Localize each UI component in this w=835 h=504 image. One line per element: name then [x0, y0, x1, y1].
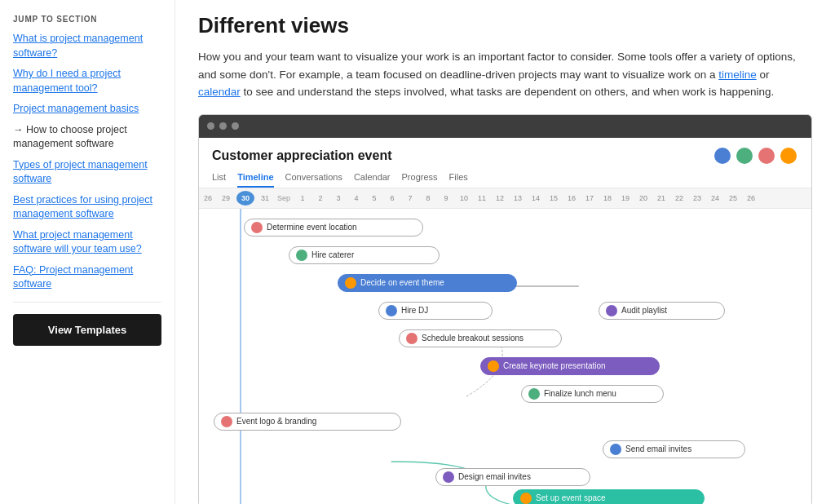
- task-bar-4b[interactable]: Audit playlist: [599, 302, 725, 320]
- date-18: 18: [599, 193, 616, 203]
- task-row-2: Hire caterer: [199, 243, 811, 267]
- task-bar-10[interactable]: Design email invites: [435, 468, 590, 486]
- sidebar-divider: [13, 302, 161, 303]
- task-label-9: Send email invites: [625, 444, 691, 453]
- task-avatar-8: [221, 416, 232, 427]
- date-15: 15: [545, 193, 563, 203]
- task-row-8: Event logo & branding: [199, 409, 811, 434]
- date-29: 29: [217, 193, 235, 203]
- task-avatar-4b: [606, 305, 617, 316]
- task-label-10: Design email invites: [458, 472, 531, 481]
- task-label-11: Set up event space: [536, 493, 606, 502]
- date-2: 2: [311, 193, 329, 203]
- date-23: 23: [688, 193, 706, 203]
- task-row-9: Send email invites: [199, 437, 811, 462]
- task-label-8: Event logo & branding: [236, 417, 316, 426]
- date-5: 5: [365, 193, 383, 203]
- date-26a: 26: [199, 193, 217, 203]
- main-content: Different views How you and your team wa…: [175, 0, 835, 504]
- task-bar-8[interactable]: Event logo & branding: [214, 413, 401, 431]
- sidebar-item-link-3[interactable]: Project management basics: [13, 102, 161, 117]
- date-19: 19: [616, 193, 634, 203]
- date-today: 30: [236, 191, 254, 206]
- task-row-5: Schedule breakout sessions: [199, 326, 811, 351]
- tab-progress[interactable]: Progress: [402, 172, 438, 188]
- gantt-avatars: [713, 146, 798, 166]
- date-26b: 26: [742, 193, 760, 203]
- task-bar-11[interactable]: Set up event space: [513, 489, 705, 504]
- task-avatar-3: [345, 277, 356, 289]
- task-bar-7[interactable]: Finalize lunch menu: [521, 385, 664, 403]
- task-avatar-10: [443, 471, 454, 483]
- avatar-1: [713, 146, 732, 166]
- task-label-3: Decide on event theme: [360, 278, 444, 287]
- task-row-7: Finalize lunch menu: [199, 382, 811, 406]
- sidebar-item-link-6[interactable]: Best practices for using project managem…: [13, 193, 161, 222]
- task-avatar-5: [406, 333, 418, 344]
- date-16: 16: [563, 193, 581, 203]
- task-row-4: Hire DJ Audit playlist: [199, 298, 811, 323]
- date-8: 8: [419, 193, 437, 203]
- date-31: 31: [256, 193, 274, 203]
- timeline-date-row: 26 29 30 31 Sep 1 2 3 4 5 6 7 8 9 10 11 …: [199, 188, 811, 209]
- date-25: 25: [724, 193, 742, 203]
- tab-conversations[interactable]: Conversations: [285, 172, 342, 188]
- page-title: Different views: [198, 13, 812, 38]
- date-12: 12: [491, 193, 509, 203]
- date-4: 4: [347, 193, 365, 203]
- dot-1: [207, 122, 214, 130]
- intro-text: How you and your team want to visualize …: [198, 48, 812, 101]
- month-sep: Sep: [274, 194, 294, 202]
- tab-files[interactable]: Files: [449, 172, 468, 188]
- task-row-11: Set up event space: [199, 486, 811, 504]
- task-avatar-1: [251, 222, 263, 233]
- tab-timeline[interactable]: Timeline: [237, 172, 273, 188]
- date-11: 11: [473, 193, 491, 203]
- tab-calendar[interactable]: Calendar: [354, 172, 391, 188]
- task-bar-2[interactable]: Hire caterer: [289, 246, 440, 264]
- date-22: 22: [670, 193, 688, 203]
- jump-to-section-label: JUMP TO SECTION: [13, 15, 161, 24]
- avatar-4: [779, 146, 798, 166]
- task-bar-5[interactable]: Schedule breakout sessions: [399, 329, 562, 347]
- task-avatar-9: [610, 444, 621, 455]
- task-label-4b: Audit playlist: [621, 306, 667, 315]
- calendar-link[interactable]: calendar: [198, 86, 241, 98]
- task-label-2: Hire caterer: [311, 250, 354, 259]
- timeline-link[interactable]: timeline: [718, 69, 757, 81]
- sidebar-item-link-1[interactable]: What is project management software?: [13, 32, 161, 60]
- date-20: 20: [634, 193, 652, 203]
- task-label-6: Create keynote presentation: [503, 361, 606, 370]
- gantt-tabs: List Timeline Conversations Calendar Pro…: [199, 169, 811, 188]
- sidebar-item-link-2[interactable]: Why do I need a project management tool?: [13, 67, 161, 95]
- sidebar-item-link-7[interactable]: What project management software will yo…: [13, 228, 161, 257]
- task-bar-1[interactable]: Determine event location: [244, 219, 423, 237]
- sidebar-item-link-4[interactable]: How to choose project management softwar…: [13, 123, 161, 152]
- dot-3: [232, 122, 239, 130]
- task-bar-6[interactable]: Create keynote presentation: [480, 357, 660, 375]
- date-3: 3: [329, 193, 347, 203]
- task-bar-3[interactable]: Decide on event theme: [338, 274, 517, 292]
- task-label-7: Finalize lunch menu: [544, 389, 616, 398]
- task-bar-4a[interactable]: Hire DJ: [378, 302, 493, 320]
- task-avatar-7: [528, 388, 540, 400]
- date-6: 6: [383, 193, 401, 203]
- date-14: 14: [527, 193, 545, 203]
- screenshot-topbar: [199, 115, 811, 138]
- date-1: 1: [294, 193, 311, 203]
- task-bar-9[interactable]: Send email invites: [603, 440, 745, 458]
- dot-2: [219, 122, 227, 130]
- task-avatar-2: [296, 250, 307, 261]
- gantt-body: Determine event location Hire caterer De…: [199, 209, 811, 504]
- tab-list[interactable]: List: [212, 172, 226, 188]
- date-7: 7: [401, 193, 419, 203]
- date-21: 21: [652, 193, 670, 203]
- gantt-header: Customer appreciation event: [199, 138, 811, 169]
- gantt-title: Customer appreciation event: [212, 148, 392, 163]
- view-templates-button[interactable]: View Templates: [13, 314, 161, 346]
- avatar-2: [735, 146, 754, 166]
- task-label-1: Determine event location: [267, 223, 357, 232]
- task-label-4a: Hire DJ: [401, 306, 428, 315]
- sidebar-item-link-5[interactable]: Types of project management software: [13, 158, 161, 187]
- sidebar-item-link-8[interactable]: FAQ: Project management software: [13, 263, 161, 292]
